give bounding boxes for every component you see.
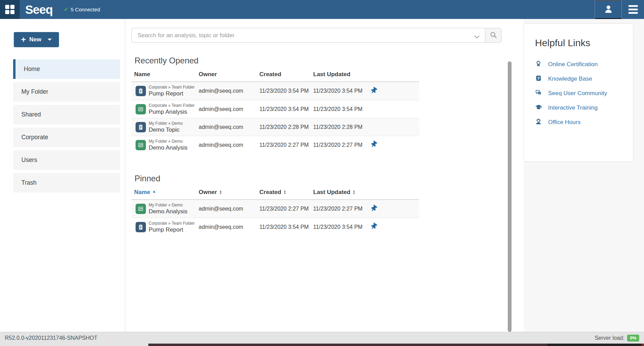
column-header-last-updated[interactable]: Last Updated ▲▼ [313,189,419,196]
owner-cell: admin@seeq.com [199,206,259,212]
recently-opened-title: Recently Opened [135,55,524,66]
sidebar-item-home[interactable]: Home [13,59,120,79]
table-row[interactable]: Corporate » Team Folder Pump Analysis ad… [131,100,419,118]
link-knowledge-base[interactable]: Knowledge Base [535,72,625,86]
name-cell: Corporate » Team Folder Pump Report [149,85,199,97]
name-cell: My Folder » Demo Demo Analysis [149,139,199,151]
pin-cell [371,205,385,213]
updated-cell: 11/23/2020 3:54 PM [313,88,371,94]
pinned-header: Name ▲ Owner ▲▼ Created ▲▼ Last Updated … [131,185,419,200]
table-row[interactable]: My Folder » Demo Demo Topic admin@seeq.c… [131,118,419,136]
app-switcher-button[interactable] [0,0,20,19]
item-name[interactable]: Pump Report [149,90,199,97]
created-cell: 11/23/2020 2:27 PM [259,142,313,148]
status-bar: R52.0.0-v202011231746-SNAPSHOT Server lo… [0,332,644,344]
column-label: Name [134,189,150,196]
topic-icon [136,222,146,232]
sidebar-item-label: Corporate [21,134,48,141]
link-seeq-user-community[interactable]: Seeq User Community [535,86,625,101]
table-row[interactable]: My Folder » Demo Demo Analysis admin@see… [131,136,419,154]
column-header-name[interactable]: Name ▲ [131,189,199,196]
item-breadcrumb: Corporate » Team Folder [149,221,199,226]
sidebar-item-shared[interactable]: Shared [13,105,120,124]
link-interactive-training[interactable]: Interactive Training [535,101,625,115]
item-type-cell [131,86,149,96]
topic-icon [136,86,146,96]
pinned-title: Pinned [135,173,524,184]
new-button[interactable]: + New [14,32,59,47]
column-header-owner: Owner [199,71,259,78]
item-name[interactable]: Demo Topic [149,126,199,133]
link-label[interactable]: Online Certification [548,61,598,68]
sidebar-item-users[interactable]: Users [13,150,120,170]
link-label[interactable]: Seeq User Community [548,90,607,97]
topbar-spacer [100,0,595,19]
owner-cell: admin@seeq.com [199,142,259,148]
link-label[interactable]: Interactive Training [548,104,598,111]
connection-status[interactable]: ✔ 5 Connected [64,0,100,19]
item-breadcrumb: My Folder » Demo [149,139,199,144]
item-type-cell [131,204,149,214]
search-input[interactable] [131,28,485,43]
column-header-owner[interactable]: Owner ▲▼ [199,189,259,196]
column-header-name: Name [131,71,199,78]
sort-indicator: ▲ [152,189,156,193]
new-button-label: New [29,36,41,43]
updated-cell: 11/23/2020 2:27 PM [313,142,371,148]
item-breadcrumb: My Folder » Demo [149,203,199,208]
column-label: Last Updated [313,71,350,78]
logo-text: Seeq [25,3,53,17]
analysis-icon [136,104,146,114]
grid-icon [5,5,14,14]
item-name[interactable]: Demo Analysis [149,208,199,215]
analysis-icon [136,140,146,150]
created-cell: 11/23/2020 2:28 PM [259,124,313,130]
link-label[interactable]: Office Hours [548,119,581,126]
item-name[interactable]: Pump Analysis [149,108,199,115]
topic-icon [136,122,146,132]
sidebar-nav: Home My Folder Shared Corporate Users Tr… [0,59,125,193]
name-cell: My Folder » Demo Demo Analysis [149,203,199,215]
sort-indicator: ▲▼ [219,190,222,195]
updated-cell: 11/23/2020 3:54 PM [313,106,371,112]
training-icon [535,104,542,112]
updated-cell: 11/23/2020 3:54 PM [313,224,371,230]
chevron-down-icon[interactable] [48,39,52,41]
column-header-created[interactable]: Created ▲▼ [259,189,313,196]
content-area: + New Home My Folder Shared Corporate Us… [0,19,644,332]
column-label: Last Updated [313,189,350,196]
item-name[interactable]: Demo Analysis [149,144,199,151]
item-type-cell [131,140,149,150]
updated-cell: 11/23/2020 2:28 PM [313,124,371,130]
link-label[interactable]: Knowledge Base [548,75,592,82]
table-row[interactable]: Corporate » Team Folder Pump Report admi… [131,218,419,236]
link-office-hours[interactable]: Office Hours [535,115,625,130]
pin-cell [371,123,385,131]
hamburger-menu-button[interactable] [622,0,644,19]
table-row[interactable]: My Folder » Demo Demo Analysis admin@see… [131,200,419,218]
topbar: Seeq ✔ 5 Connected [0,0,644,19]
sidebar-item-corporate[interactable]: Corporate [13,128,120,147]
knowledge-base-icon [535,75,542,83]
sidebar-item-my-folder[interactable]: My Folder [13,82,120,102]
table-row[interactable]: Corporate » Team Folder Pump Report admi… [131,82,419,100]
sidebar-item-trash[interactable]: Trash [13,173,120,193]
item-type-cell [131,122,149,132]
analysis-icon [136,204,146,214]
pinned-rows: My Folder » Demo Demo Analysis admin@see… [131,200,419,236]
search-dropdown-chevron-icon[interactable] [474,34,479,40]
search-button[interactable] [485,28,502,43]
created-cell: 11/23/2020 3:54 PM [259,224,313,230]
sidebar-item-label: Users [21,156,37,164]
owner-cell: admin@seeq.com [199,224,259,230]
seeq-logo: Seeq [25,0,53,19]
scrollbar-thumb[interactable] [508,61,512,332]
helpful-links-list: Online Certification Knowledge Base [535,57,625,130]
column-label: Owner [199,71,217,78]
name-cell: Corporate » Team Folder Pump Analysis [149,103,199,115]
item-name[interactable]: Pump Report [149,226,199,233]
link-online-certification[interactable]: Online Certification [535,57,625,72]
helpful-links-card: Helpful Links Online Certification [524,23,633,162]
user-profile-button[interactable] [595,0,622,19]
column-header-last-updated: Last Updated [313,71,419,78]
